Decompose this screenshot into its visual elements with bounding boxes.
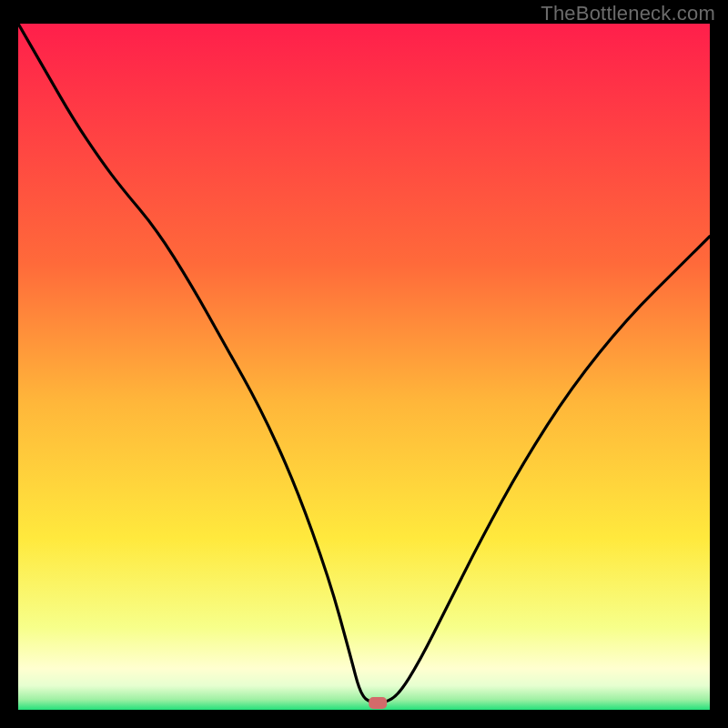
minimum-marker — [369, 697, 387, 709]
plot-svg — [18, 24, 710, 710]
watermark-label: TheBottleneck.com — [541, 2, 715, 25]
bottleneck-plot — [18, 24, 710, 710]
plot-background — [18, 24, 710, 710]
chart-frame: TheBottleneck.com — [0, 0, 728, 728]
